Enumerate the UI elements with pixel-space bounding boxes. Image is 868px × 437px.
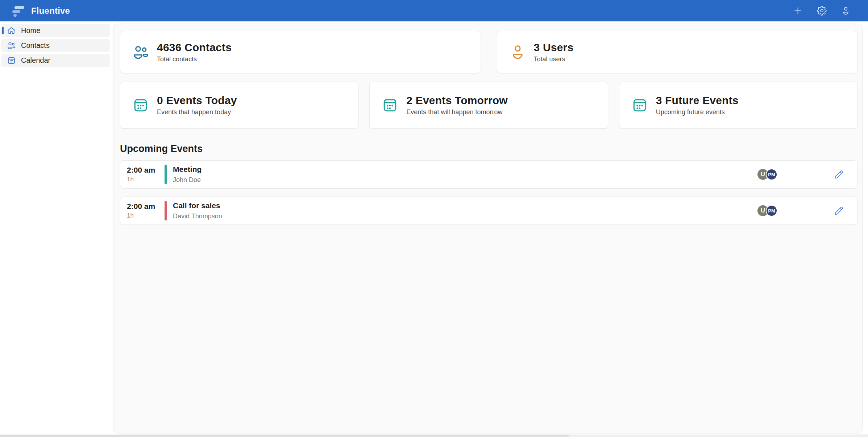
people-icon	[7, 41, 16, 50]
event-duration: 1h	[127, 176, 165, 183]
stat-title: 0 Events Today	[157, 94, 237, 107]
stat-subtitle: Total users	[534, 55, 574, 63]
event-time: 2:00 am	[127, 166, 165, 174]
event-row[interactable]: 2:00 am 1h Meeting John Doe U PM	[120, 160, 857, 189]
event-accent-bar	[165, 201, 167, 220]
sidebar-item-label: Calendar	[21, 56, 50, 65]
app-title: Fluentive	[31, 6, 70, 16]
avatar: PM	[766, 169, 777, 180]
settings-button[interactable]	[814, 3, 830, 19]
stat-title: 4636 Contacts	[157, 41, 232, 54]
account-button[interactable]	[838, 3, 854, 19]
stat-subtitle: Total contacts	[157, 55, 232, 63]
stat-card-events-today: 0 Events Today Events that happen today	[120, 82, 358, 129]
plus-icon	[793, 6, 803, 16]
gear-icon	[817, 6, 827, 16]
person-icon	[841, 6, 851, 16]
stat-subtitle: Events that happen today	[157, 108, 237, 116]
pencil-icon	[834, 206, 844, 216]
calendar-icon	[631, 97, 648, 114]
event-title: Meeting	[173, 165, 202, 174]
calendar-icon	[382, 97, 399, 114]
event-time: 2:00 am	[127, 202, 165, 211]
fluentive-logo-icon	[11, 4, 25, 18]
event-avatars: U PM	[757, 205, 777, 217]
stat-title: 2 Events Tomorrow	[406, 94, 508, 107]
main-panel: 4636 Contacts Total contacts 3 Users Tot…	[113, 24, 863, 433]
event-row[interactable]: 2:00 am 1h Call for sales David Thompson…	[120, 197, 857, 225]
app-logo[interactable]: Fluentive	[11, 4, 70, 18]
sidebar-item-home[interactable]: Home	[1, 24, 110, 37]
stats-row-events: 0 Events Today Events that happen today …	[120, 82, 857, 129]
event-person: John Doe	[173, 176, 202, 184]
stats-row-top: 4636 Contacts Total contacts 3 Users Tot…	[120, 31, 857, 73]
sidebar: Home Contacts Calendar	[0, 21, 111, 437]
calendar-icon	[7, 56, 16, 65]
events-list: 2:00 am 1h Meeting John Doe U PM	[120, 160, 857, 225]
active-indicator	[2, 27, 4, 34]
add-button[interactable]	[790, 3, 806, 19]
avatar: PM	[766, 205, 777, 217]
stat-card-users: 3 Users Total users	[497, 31, 858, 73]
stat-card-events-tomorrow: 2 Events Tomorrow Events that will happe…	[369, 82, 608, 129]
stat-card-contacts: 4636 Contacts Total contacts	[120, 31, 481, 73]
event-title: Call for sales	[173, 201, 222, 210]
stat-title: 3 Future Events	[656, 94, 739, 107]
event-duration: 1h	[127, 212, 165, 219]
sidebar-item-calendar[interactable]: Calendar	[1, 54, 110, 67]
sidebar-item-label: Home	[21, 26, 40, 35]
person-icon	[509, 44, 526, 61]
app-header: Fluentive	[0, 0, 868, 21]
edit-event-button[interactable]	[832, 205, 845, 217]
calendar-icon	[132, 97, 149, 114]
event-person: David Thompson	[173, 213, 222, 220]
pencil-icon	[834, 170, 844, 180]
people-icon	[132, 44, 149, 61]
sidebar-item-label: Contacts	[21, 41, 50, 50]
horizontal-scrollbar[interactable]	[0, 434, 868, 437]
upcoming-events-heading: Upcoming Events	[120, 143, 857, 154]
stat-title: 3 Users	[534, 41, 574, 54]
scrollbar-thumb[interactable]	[0, 435, 569, 437]
event-accent-bar	[165, 165, 167, 184]
stat-card-future-events: 3 Future Events Upcoming future events	[619, 82, 857, 129]
stat-subtitle: Events that will happen tomorrow	[406, 108, 508, 116]
edit-event-button[interactable]	[832, 168, 845, 181]
sidebar-item-contacts[interactable]: Contacts	[1, 39, 110, 52]
stat-subtitle: Upcoming future events	[656, 108, 739, 116]
home-icon	[7, 26, 16, 35]
event-avatars: U PM	[757, 169, 777, 180]
header-actions	[790, 3, 854, 19]
